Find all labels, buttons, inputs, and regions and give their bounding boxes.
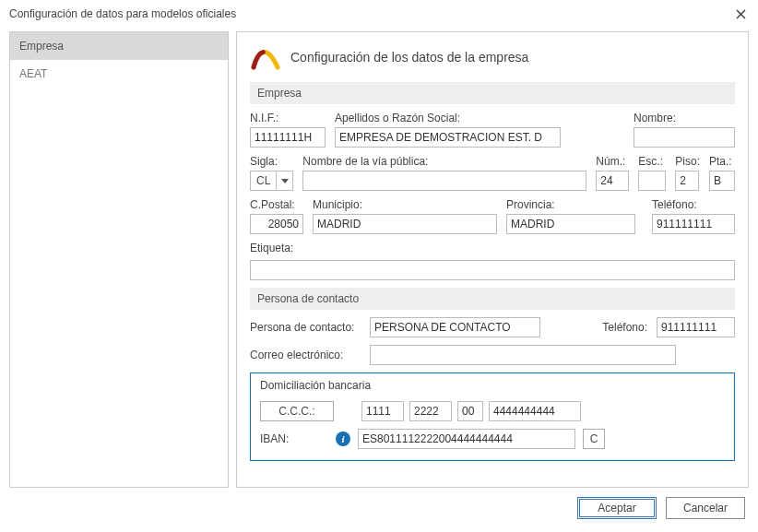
razon-label: Apellidos o Razón Social:: [335, 112, 561, 124]
tel-label: Teléfono:: [652, 198, 735, 211]
iban-calc-button[interactable]: C: [583, 429, 605, 449]
pta-label: Pta.:: [709, 155, 735, 168]
esc-input[interactable]: [638, 171, 666, 191]
mun-input[interactable]: [313, 214, 497, 234]
nif-label: N.I.F.:: [250, 112, 326, 124]
sidebar-item-label: Empresa: [19, 40, 64, 53]
pta-input[interactable]: [709, 171, 735, 191]
cp-label: C.Postal:: [250, 198, 303, 211]
mun-label: Municipio:: [313, 198, 497, 211]
via-input[interactable]: [302, 171, 586, 191]
num-input[interactable]: [596, 171, 629, 191]
nombre-label: Nombre:: [634, 112, 735, 124]
window-title: Configuración de datos para modelos ofic…: [9, 7, 236, 20]
contact-input[interactable]: [370, 317, 540, 337]
esc-label: Esc.:: [638, 155, 666, 168]
contact-tel-input[interactable]: [657, 317, 735, 337]
chevron-down-icon[interactable]: [277, 171, 293, 191]
contact-label: Persona de contacto:: [250, 321, 361, 334]
sigla-value: CL: [256, 174, 270, 187]
tel-input[interactable]: [652, 214, 735, 234]
svg-marker-2: [281, 179, 289, 183]
title-bar: Configuración de datos para modelos ofic…: [0, 0, 758, 26]
sidebar-item-label: AEAT: [19, 67, 47, 80]
sigla-select[interactable]: CL: [250, 171, 293, 191]
nif-input[interactable]: [250, 127, 326, 148]
sidebar-item-aeat[interactable]: AEAT: [10, 60, 228, 88]
section-title-contacto: Persona de contacto: [250, 288, 735, 310]
close-icon[interactable]: [732, 6, 749, 22]
email-input[interactable]: [370, 345, 676, 365]
etiqueta-label: Etiqueta:: [250, 242, 735, 254]
cp-input[interactable]: [250, 214, 303, 234]
piso-label: Piso:: [675, 155, 700, 168]
via-label: Nombre de la vía pública:: [302, 155, 586, 168]
etiqueta-input[interactable]: [250, 260, 735, 280]
ccc-bank-input[interactable]: [361, 401, 404, 421]
ccc-button[interactable]: C.C.C.:: [260, 401, 334, 421]
info-icon[interactable]: i: [336, 432, 350, 446]
sidebar: Empresa AEAT: [9, 31, 229, 488]
nombre-input[interactable]: [634, 127, 735, 148]
prov-input[interactable]: [506, 214, 635, 234]
email-label: Correo electrónico:: [250, 349, 361, 361]
accept-button[interactable]: Aceptar: [577, 497, 657, 519]
agency-logo: [250, 41, 281, 73]
bank-fieldset: Domiciliación bancaria C.C.C.: IBAN: i C: [250, 372, 735, 461]
num-label: Núm.:: [596, 155, 629, 168]
section-title-bank: Domiciliación bancaria: [260, 379, 725, 392]
ccc-dc-input[interactable]: [457, 401, 483, 421]
sigla-label: Sigla:: [250, 155, 293, 168]
sidebar-item-empresa[interactable]: Empresa: [10, 32, 228, 60]
iban-input[interactable]: [358, 429, 575, 449]
iban-label: IBAN:: [260, 432, 328, 445]
section-title-empresa: Empresa: [250, 82, 735, 104]
contact-tel-label: Teléfono:: [602, 321, 647, 334]
cancel-button[interactable]: Cancelar: [666, 497, 745, 519]
prov-label: Provincia:: [506, 198, 635, 211]
ccc-account-input[interactable]: [489, 401, 581, 421]
dialog-footer: Aceptar Cancelar: [0, 491, 758, 528]
piso-input[interactable]: [675, 171, 699, 191]
page-heading: Configuración de los datos de la empresa: [290, 50, 528, 65]
razon-input[interactable]: [335, 127, 561, 148]
ccc-office-input[interactable]: [409, 401, 452, 421]
main-panel: Configuración de los datos de la empresa…: [236, 31, 749, 488]
